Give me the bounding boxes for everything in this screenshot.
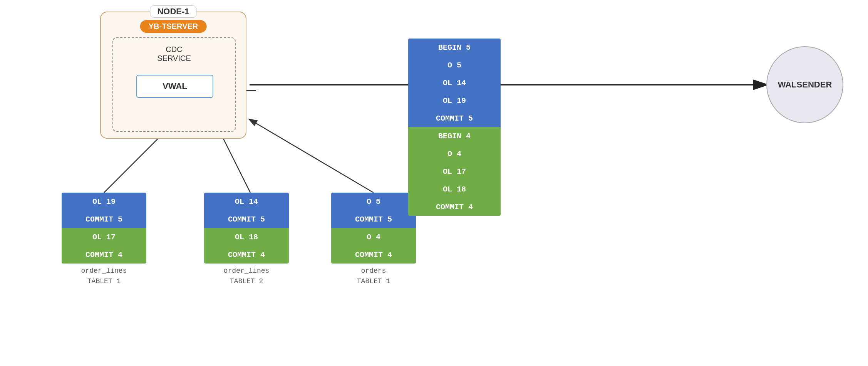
tablet2-row-1: OL 14 (204, 193, 289, 210)
tablet1-label: order_linesTABLET 1 (62, 266, 146, 287)
tablet1-row-1: OL 19 (62, 193, 146, 210)
tablet3-row-1: O 5 (331, 193, 416, 210)
tablet1-block: OL 19 COMMIT 5 OL 17 COMMIT 4 (62, 193, 146, 264)
cdc-out-row-2: O 5 (408, 56, 501, 74)
tablet2-block: OL 14 COMMIT 5 OL 18 COMMIT 4 (204, 193, 289, 264)
cdc-out-row-9: OL 18 (408, 180, 501, 198)
walsender-circle: WALSENDER (766, 46, 843, 123)
cdc-output-block: BEGIN 5 O 5 OL 14 OL 19 COMMIT 5 BEGIN 4… (408, 39, 501, 216)
cdc-out-row-4: OL 19 (408, 92, 501, 109)
cdc-service-box: CDCSERVICE VWAL (112, 37, 236, 132)
tablet3-row-4: COMMIT 4 (331, 246, 416, 264)
tablet1-row-4: COMMIT 4 (62, 246, 146, 264)
cdc-out-row-6: BEGIN 4 (408, 127, 501, 145)
diagram-container: NODE-1 YB-TSERVER CDCSERVICE VWAL OL 19 … (0, 0, 868, 366)
walsender-label: WALSENDER (778, 80, 832, 90)
cdc-out-row-1: BEGIN 5 (408, 39, 501, 56)
cdc-out-row-10: COMMIT 4 (408, 198, 501, 216)
svg-line-5 (250, 119, 374, 193)
cdc-service-label: CDCSERVICE (157, 45, 191, 63)
tablet3-row-2: COMMIT 5 (331, 210, 416, 228)
yb-tserver-badge: YB-TSERVER (140, 20, 207, 33)
tablet2-row-2: COMMIT 5 (204, 210, 289, 228)
vwal-label: VWAL (163, 81, 187, 91)
tablet2-row-3: OL 18 (204, 228, 289, 246)
tablet3-row-3: O 4 (331, 228, 416, 246)
node-1-label: NODE-1 (150, 5, 196, 18)
tablet3-label: ordersTABLET 1 (331, 266, 416, 287)
tablet1-row-3: OL 17 (62, 228, 146, 246)
tablet2-row-4: COMMIT 4 (204, 246, 289, 264)
cdc-out-row-3: OL 14 (408, 74, 501, 92)
tablet2-label: order_linesTABLET 2 (204, 266, 289, 287)
node-1-box: NODE-1 YB-TSERVER CDCSERVICE VWAL (100, 12, 246, 139)
cdc-out-row-8: OL 17 (408, 163, 501, 180)
tablet1-row-2: COMMIT 5 (62, 210, 146, 228)
vwal-box: VWAL (136, 75, 213, 98)
cdc-out-row-7: O 4 (408, 145, 501, 163)
cdc-out-row-5: COMMIT 5 (408, 109, 501, 127)
tablet3-block: O 5 COMMIT 5 O 4 COMMIT 4 (331, 193, 416, 264)
